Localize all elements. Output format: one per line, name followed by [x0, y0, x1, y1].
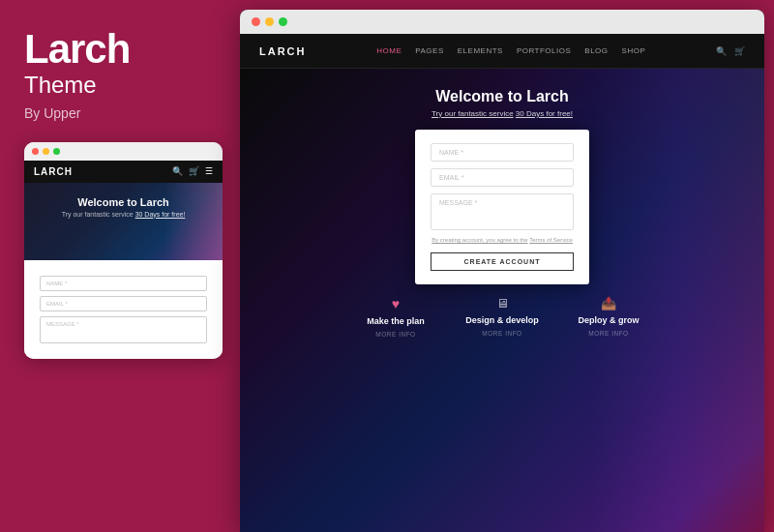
- right-panel: LARCH HOME PAGES ELEMENTS PORTFOLIOS BLO…: [240, 10, 764, 532]
- mobile-dot-green: [53, 148, 60, 155]
- mobile-hero-title: Welcome to Larch: [34, 196, 213, 208]
- feature-more-2[interactable]: MORE INFO: [482, 330, 521, 337]
- desktop-search-icon[interactable]: 🔍: [716, 46, 727, 56]
- mobile-browser-bar: [24, 142, 223, 161]
- cart-icon: 🛒: [189, 166, 199, 176]
- mobile-content: LARCH 🔍 🛒 ☰ Welcome to Larch Try our fan…: [24, 161, 223, 359]
- desktop-form-terms: By creating account, you agree to the Te…: [431, 237, 574, 243]
- desktop-browser-bar: [240, 10, 764, 34]
- desktop-hero-content: Welcome to Larch Try our fantastic servi…: [240, 69, 764, 284]
- menu-icon: ☰: [205, 166, 213, 176]
- feature-deploy-grow: 📤 Deploy & grow MORE INFO: [555, 296, 662, 338]
- terms-link[interactable]: Terms of Service: [529, 237, 573, 243]
- feature-title-3: Deploy & grow: [578, 315, 639, 325]
- desktop-hero-title: Welcome to Larch: [435, 88, 569, 105]
- desktop-hero-sub-link: 30 Days for free!: [516, 109, 573, 118]
- mobile-message-input[interactable]: MESSAGE *: [40, 316, 207, 343]
- mobile-hero-sub: Try our fantastic service 30 Days for fr…: [34, 211, 213, 218]
- nav-link-pages[interactable]: PAGES: [415, 46, 443, 55]
- brand-title: Larch: [24, 29, 216, 70]
- feature-more-3[interactable]: MORE INFO: [588, 330, 628, 337]
- feature-title-2: Design & develop: [465, 315, 539, 325]
- create-account-button[interactable]: CREATE ACCOUNT: [431, 252, 574, 271]
- nav-link-home[interactable]: HOME: [376, 46, 402, 55]
- desktop-features: ♥ Make the plan MORE INFO 🖥 Design & dev…: [240, 284, 764, 347]
- desktop-dot-yellow: [265, 17, 274, 26]
- feature-design-develop: 🖥 Design & develop MORE INFO: [449, 296, 555, 338]
- desktop-form-card: NAME * EMAIL * MESSAGE * By creating acc…: [415, 130, 589, 284]
- mobile-dot-yellow: [43, 148, 49, 155]
- desktop-email-input[interactable]: EMAIL *: [431, 168, 574, 187]
- feature-make-plan: ♥ Make the plan MORE INFO: [342, 296, 449, 338]
- desktop-nav-logo: LARCH: [259, 45, 307, 57]
- mobile-form: NAME * EMAIL * MESSAGE *: [32, 268, 215, 351]
- desktop-dot-red: [252, 17, 260, 26]
- desktop-dot-green: [279, 17, 287, 26]
- heart-icon: ♥: [392, 296, 400, 311]
- nav-link-portfolios[interactable]: PORTFOLIOS: [517, 46, 571, 55]
- deploy-icon: 📤: [601, 296, 616, 310]
- brand-by: By Upper: [24, 105, 216, 121]
- desktop-nav-links: HOME PAGES ELEMENTS PORTFOLIOS BLOG SHOP: [376, 46, 645, 55]
- mobile-hero: Welcome to Larch Try our fantastic servi…: [24, 183, 223, 260]
- desktop-name-input[interactable]: NAME *: [431, 143, 574, 162]
- mobile-logo: LARCH: [34, 166, 73, 177]
- desktop-hero: Welcome to Larch Try our fantastic servi…: [240, 69, 764, 532]
- mobile-mockup: LARCH 🔍 🛒 ☰ Welcome to Larch Try our fan…: [24, 142, 223, 359]
- mobile-email-input[interactable]: EMAIL *: [40, 296, 207, 311]
- mobile-name-input[interactable]: NAME *: [40, 276, 207, 291]
- left-panel: Larch Theme By Upper LARCH 🔍 🛒 ☰ Welcome…: [0, 0, 240, 532]
- monitor-icon: 🖥: [496, 296, 509, 310]
- desktop-nav: LARCH HOME PAGES ELEMENTS PORTFOLIOS BLO…: [240, 34, 764, 69]
- nav-link-shop[interactable]: SHOP: [622, 46, 646, 55]
- mobile-nav: LARCH 🔍 🛒 ☰: [24, 161, 223, 183]
- feature-more-1[interactable]: MORE INFO: [375, 331, 415, 338]
- desktop-cart-icon[interactable]: 🛒: [734, 46, 745, 56]
- desktop-hero-sub: Try our fantastic service 30 Days for fr…: [432, 109, 573, 118]
- search-icon: 🔍: [172, 166, 183, 176]
- mobile-dot-red: [32, 148, 39, 155]
- nav-link-elements[interactable]: ELEMENTS: [458, 46, 503, 55]
- brand-subtitle: Theme: [24, 72, 216, 100]
- nav-link-blog[interactable]: BLOG: [584, 46, 608, 55]
- desktop-content: LARCH HOME PAGES ELEMENTS PORTFOLIOS BLO…: [240, 34, 764, 532]
- desktop-message-input[interactable]: MESSAGE *: [431, 193, 574, 230]
- feature-title-1: Make the plan: [367, 316, 425, 326]
- mobile-nav-icons: 🔍 🛒 ☰: [172, 166, 213, 176]
- desktop-nav-right: 🔍 🛒: [716, 46, 745, 56]
